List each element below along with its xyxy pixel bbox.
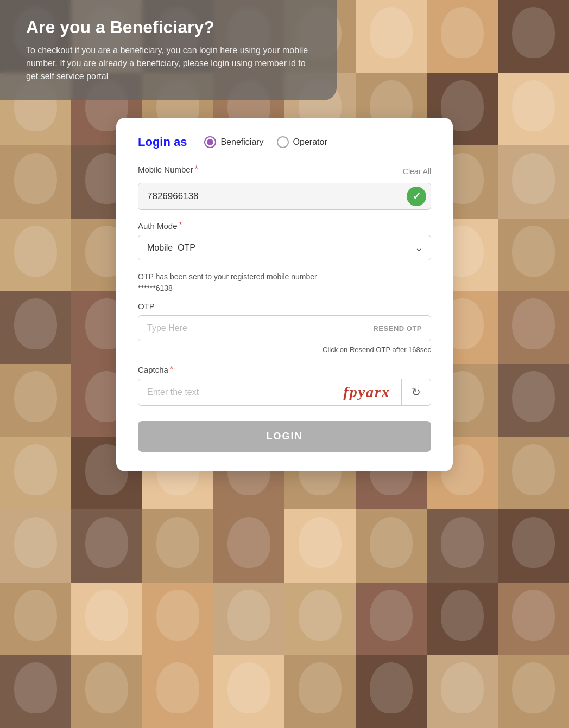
auth-required-star: *	[179, 221, 182, 231]
captcha-text: fpyarx	[343, 384, 390, 401]
radio-operator[interactable]: Operator	[277, 136, 327, 148]
captcha-input[interactable]	[138, 379, 332, 405]
auth-mode-section: Auth Mode * Mobile_OTP Biometric Iris ⌄	[138, 221, 431, 260]
resend-timer: Click on Resend OTP after 168sec	[138, 346, 431, 354]
auth-mode-select[interactable]: Mobile_OTP Biometric Iris	[138, 235, 415, 260]
radio-label-beneficiary: Beneficiary	[220, 137, 263, 147]
header-banner: Are you a Beneficiary? To checkout if yo…	[0, 0, 337, 100]
otp-label: OTP	[138, 302, 431, 311]
radio-circle-beneficiary[interactable]	[204, 136, 216, 148]
mobile-valid-icon	[407, 187, 426, 206]
captcha-wrapper: fpyarx ↻	[138, 379, 431, 406]
login-as-label: Login as	[138, 135, 187, 149]
login-as-row: Login as Beneficiary Operator	[138, 135, 431, 149]
mobile-number-input[interactable]	[138, 183, 407, 209]
radio-group: Beneficiary Operator	[204, 136, 327, 148]
captcha-required-star: *	[170, 365, 173, 374]
refresh-icon: ↻	[412, 386, 421, 399]
login-button[interactable]: LOGIN	[138, 421, 431, 452]
radio-circle-operator[interactable]	[277, 136, 289, 148]
radio-label-operator: Operator	[293, 137, 327, 147]
mobile-number-label: Mobile Number *	[138, 164, 198, 174]
login-card: Login as Beneficiary Operator Mobile Num…	[116, 118, 453, 471]
page-subtitle: To checkout if you are a beneficiary, yo…	[26, 44, 311, 83]
radio-beneficiary[interactable]: Beneficiary	[204, 136, 263, 148]
resend-otp-button[interactable]: RESEND OTP	[364, 324, 431, 333]
captcha-refresh-button[interactable]: ↻	[402, 379, 431, 405]
clear-all-button[interactable]: Clear All	[403, 167, 431, 176]
mobile-number-section: Mobile Number * Clear All	[138, 164, 431, 210]
chevron-down-icon: ⌄	[415, 242, 423, 254]
mobile-number-header: Mobile Number * Clear All	[138, 164, 431, 178]
mobile-number-input-wrapper	[138, 183, 431, 210]
auth-mode-select-wrapper[interactable]: Mobile_OTP Biometric Iris ⌄	[138, 235, 431, 260]
otp-section: OTP RESEND OTP Click on Resend OTP after…	[138, 302, 431, 354]
auth-mode-label: Auth Mode *	[138, 221, 431, 231]
captcha-section: Captcha * fpyarx ↻	[138, 365, 431, 406]
captcha-label: Captcha *	[138, 365, 431, 374]
page-title: Are you a Beneficiary?	[26, 17, 311, 37]
content-wrapper: Are you a Beneficiary? To checkout if yo…	[0, 0, 569, 728]
otp-input[interactable]	[138, 316, 364, 341]
mobile-required-star: *	[195, 164, 198, 174]
otp-info: OTP has been sent to your registered mob…	[138, 271, 431, 294]
otp-input-wrapper: RESEND OTP	[138, 315, 431, 341]
captcha-image: fpyarx	[332, 379, 401, 405]
